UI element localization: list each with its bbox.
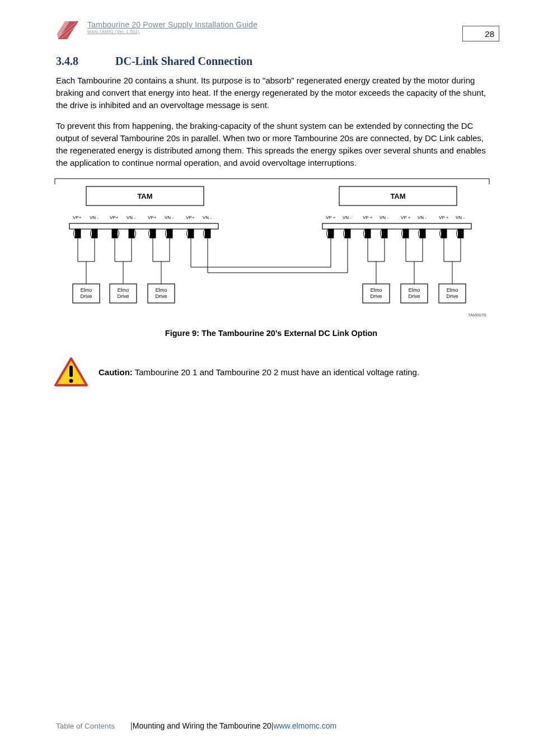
header: Tambourine 20 Power Supply Installation … xyxy=(56,17,486,41)
doc-title: Tambourine 20 Power Supply Installation … xyxy=(87,20,486,29)
svg-text:VP+: VP+ xyxy=(186,215,195,220)
svg-text:TAM007B: TAM007B xyxy=(468,312,486,318)
svg-text:VN -: VN - xyxy=(90,215,99,220)
footer-chapter: Mounting and Wiring the Tambourine 20 xyxy=(133,721,271,730)
svg-text:Elmo: Elmo xyxy=(371,287,382,293)
svg-rect-12 xyxy=(69,223,218,229)
paragraph-2: To prevent this from happening, the brak… xyxy=(56,120,486,169)
svg-text:TAM: TAM xyxy=(137,192,152,200)
footer: Table of Contents |Mounting and Wiring t… xyxy=(56,721,486,730)
caution-text: Tambourine 20 1 and Tambourine 20 2 must… xyxy=(133,367,419,377)
svg-text:Drive: Drive xyxy=(446,293,458,299)
svg-rect-17 xyxy=(112,229,118,238)
paragraph-1: Each Tambourine 20 contains a shunt. Its… xyxy=(56,74,486,111)
svg-rect-56 xyxy=(365,229,371,238)
svg-rect-51 xyxy=(322,223,471,229)
svg-text:VP+: VP+ xyxy=(110,215,119,220)
svg-rect-25 xyxy=(188,229,194,238)
svg-text:Elmo: Elmo xyxy=(447,287,458,293)
svg-text:Drive: Drive xyxy=(155,293,167,299)
figure-dc-link: TAM VP+ VN - VP+ VN - VP+ VN - VP+ VN - xyxy=(54,178,486,323)
svg-text:Drive: Drive xyxy=(408,293,420,299)
svg-text:VP +: VP + xyxy=(363,215,373,220)
svg-text:VN -: VN - xyxy=(418,215,427,220)
svg-text:VP +: VP + xyxy=(439,215,449,220)
svg-text:VN -: VN - xyxy=(380,215,388,220)
footer-url[interactable]: www.elmomc.com xyxy=(273,721,336,730)
svg-text:VP +: VP + xyxy=(326,215,336,220)
svg-rect-19 xyxy=(129,229,134,238)
svg-text:VP+: VP+ xyxy=(73,215,82,220)
warning-icon xyxy=(54,357,88,387)
section-number: 3.4.8 xyxy=(56,55,115,68)
figure-caption: Figure 9: The Tambourine 20's External D… xyxy=(56,329,486,338)
svg-text:VN -: VN - xyxy=(203,215,212,220)
section-title: DC-Link Shared Connection xyxy=(115,55,252,67)
svg-text:VN -: VN - xyxy=(343,215,352,220)
svg-text:Drive: Drive xyxy=(80,293,92,299)
caution-label: Caution: xyxy=(99,367,133,377)
svg-point-83 xyxy=(69,379,73,383)
doc-version: MAN-TAMIG (Ver. 1.501) xyxy=(87,29,486,34)
svg-text:VN -: VN - xyxy=(456,215,465,220)
svg-rect-66 xyxy=(458,229,463,238)
svg-text:VN -: VN - xyxy=(127,215,135,220)
svg-rect-13 xyxy=(75,229,81,238)
svg-text:Elmo: Elmo xyxy=(118,287,129,293)
svg-rect-60 xyxy=(403,229,409,238)
svg-rect-54 xyxy=(345,229,350,238)
svg-text:Elmo: Elmo xyxy=(156,287,167,293)
svg-rect-21 xyxy=(150,229,156,238)
svg-text:Drive: Drive xyxy=(117,293,129,299)
svg-rect-62 xyxy=(420,229,425,238)
svg-rect-64 xyxy=(441,229,447,238)
svg-text:VP+: VP+ xyxy=(148,215,157,220)
svg-rect-15 xyxy=(92,229,97,238)
svg-rect-52 xyxy=(328,229,334,238)
svg-rect-23 xyxy=(167,229,172,238)
section-heading: 3.4.8DC-Link Shared Connection xyxy=(56,55,486,68)
svg-text:Elmo: Elmo xyxy=(409,287,420,293)
caution-block: Caution: Tambourine 20 1 and Tambourine … xyxy=(54,357,486,387)
svg-text:VN -: VN - xyxy=(165,215,174,220)
svg-rect-82 xyxy=(69,366,73,377)
svg-text:VP +: VP + xyxy=(401,215,411,220)
footer-toc[interactable]: Table of Contents xyxy=(56,722,115,730)
svg-rect-27 xyxy=(205,229,210,238)
svg-rect-58 xyxy=(382,229,387,238)
svg-text:Drive: Drive xyxy=(370,293,382,299)
page-number: 28 xyxy=(462,26,499,41)
logo-icon xyxy=(56,17,81,41)
svg-text:Elmo: Elmo xyxy=(81,287,92,293)
svg-text:TAM: TAM xyxy=(390,192,405,200)
